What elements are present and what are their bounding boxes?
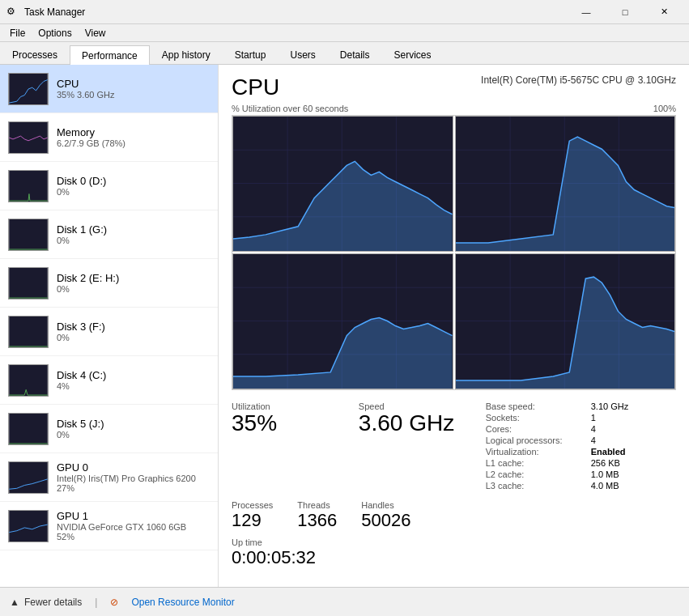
cpu-core4-graph	[455, 253, 676, 389]
cpu-graph-grid	[232, 115, 676, 390]
processes-stat: Processes 129	[232, 500, 273, 531]
sockets-label: Sockets:	[486, 413, 591, 423]
graph-labels: % Utilization over 60 seconds 100%	[232, 104, 676, 113]
disk4-value: 4%	[57, 381, 210, 391]
l3-value: 4.0 MB	[591, 481, 619, 491]
l1-label: L1 cache:	[486, 458, 591, 468]
sidebar-item-disk4[interactable]: Disk 4 (C:) 4%	[0, 356, 218, 405]
sockets-value: 1	[591, 413, 596, 423]
cpu-core3-graph	[232, 253, 453, 389]
disk1-mini-graph	[8, 219, 49, 251]
tab-performance[interactable]: Performance	[70, 45, 150, 65]
titlebar: ⚙ Task Manager — □ ✕	[0, 0, 689, 24]
content-header: CPU Intel(R) Core(TM) i5-5675C CPU @ 3.1…	[232, 74, 676, 100]
gpu0-label: GPU 0	[57, 461, 210, 474]
footer: ▲ Fewer details | ⊘ Open Resource Monito…	[0, 587, 689, 616]
tab-services[interactable]: Services	[382, 45, 444, 64]
gpu0-name: Intel(R) Iris(TM) Pro Graphics 6200	[57, 474, 210, 483]
utilization-stat: Utilization 35%	[232, 401, 359, 492]
sidebar: CPU 35% 3.60 GHz Memory 6.2/7.9 GB (78%)	[0, 65, 219, 587]
tabbar: Processes Performance App history Startu…	[0, 42, 689, 65]
sidebar-item-gpu1[interactable]: GPU 1 NVIDIA GeForce GTX 1060 6GB 52%	[0, 502, 218, 550]
specs-table: Base speed: 3.10 GHz Sockets: 1 Cores: 4…	[486, 401, 676, 492]
virt-label: Virtualization:	[486, 447, 591, 457]
base-speed-label: Base speed:	[486, 401, 591, 411]
tab-users[interactable]: Users	[278, 45, 327, 64]
svg-rect-7	[9, 414, 48, 444]
l1-value: 256 KB	[591, 458, 620, 468]
speed-stat: Speed 3.60 GHz	[359, 401, 486, 492]
logical-value: 4	[591, 435, 596, 445]
disk1-label: Disk 1 (G:)	[57, 223, 210, 236]
menu-view[interactable]: View	[79, 26, 113, 40]
content-area: CPU Intel(R) Core(TM) i5-5675C CPU @ 3.1…	[219, 65, 689, 587]
tab-app-history[interactable]: App history	[150, 45, 223, 64]
cpu-subtitle: Intel(R) Core(TM) i5-5675C CPU @ 3.10GHz	[481, 74, 676, 86]
gpu1-label: GPU 1	[57, 510, 210, 522]
fewer-details-button[interactable]: ▲ Fewer details	[10, 597, 82, 608]
tab-startup[interactable]: Startup	[223, 45, 279, 64]
l2-value: 1.0 MB	[591, 469, 619, 479]
threads-stat: Threads 1366	[297, 500, 337, 531]
menu-options[interactable]: Options	[32, 26, 78, 40]
sidebar-item-disk5[interactable]: Disk 5 (J:) 0%	[0, 405, 218, 453]
sidebar-item-disk0[interactable]: Disk 0 (D:) 0%	[0, 162, 218, 210]
main-area: CPU 35% 3.60 GHz Memory 6.2/7.9 GB (78%)	[0, 65, 689, 587]
virt-value: Enabled	[591, 447, 626, 457]
disk3-mini-graph	[8, 316, 49, 348]
cpu-title: CPU	[232, 74, 279, 100]
cpu-core1-graph	[232, 116, 453, 252]
maximize-button[interactable]: □	[606, 0, 644, 24]
close-button[interactable]: ✕	[645, 0, 683, 24]
chevron-up-icon: ▲	[10, 597, 19, 608]
processes-label: Processes	[232, 500, 273, 510]
cpu-value: 35% 3.60 GHz	[57, 90, 210, 100]
disk2-label: Disk 2 (E: H:)	[57, 272, 210, 284]
minimize-button[interactable]: —	[568, 0, 605, 24]
gpu1-name: NVIDIA GeForce GTX 1060 6GB	[57, 522, 210, 532]
open-monitor-link[interactable]: Open Resource Monitor	[131, 597, 234, 608]
threads-label: Threads	[297, 500, 337, 510]
uptime-value: 0:00:05:32	[232, 547, 676, 568]
gpu1-mini-graph	[8, 510, 49, 542]
sidebar-item-memory[interactable]: Memory 6.2/7.9 GB (78%)	[0, 113, 218, 162]
window-controls: — □ ✕	[568, 0, 683, 24]
sidebar-item-gpu0[interactable]: GPU 0 Intel(R) Iris(TM) Pro Graphics 620…	[0, 453, 218, 502]
gpu1-value: 52%	[57, 532, 210, 542]
sidebar-item-disk1[interactable]: Disk 1 (G:) 0%	[0, 210, 218, 259]
sidebar-item-disk2[interactable]: Disk 2 (E: H:) 0%	[0, 259, 218, 308]
warning-icon: ⊘	[110, 597, 118, 608]
processes-value: 129	[232, 510, 273, 531]
disk0-label: Disk 0 (D:)	[57, 175, 210, 187]
disk4-label: Disk 4 (C:)	[57, 369, 210, 381]
graph-label-left: % Utilization over 60 seconds	[232, 104, 348, 113]
process-stats: Processes 129 Threads 1366 Handles 50026	[232, 500, 676, 531]
base-speed-value: 3.10 GHz	[591, 401, 628, 411]
cores-value: 4	[591, 424, 596, 434]
uptime-section: Up time 0:00:05:32	[232, 537, 676, 568]
logical-label: Logical processors:	[486, 435, 591, 445]
app-icon: ⚙	[6, 6, 19, 19]
sidebar-item-disk3[interactable]: Disk 3 (F:) 0%	[0, 308, 218, 356]
disk2-mini-graph	[8, 267, 49, 300]
memory-mini-graph	[8, 121, 49, 154]
uptime-label: Up time	[232, 537, 676, 547]
tab-details[interactable]: Details	[328, 45, 382, 64]
sidebar-item-cpu[interactable]: CPU 35% 3.60 GHz	[0, 65, 218, 113]
cpu-mini-graph	[8, 73, 49, 105]
disk5-mini-graph	[8, 413, 49, 445]
tab-processes[interactable]: Processes	[0, 45, 70, 64]
handles-value: 50026	[361, 510, 410, 531]
disk5-label: Disk 5 (J:)	[57, 418, 210, 430]
memory-label: Memory	[57, 126, 210, 138]
l3-label: L3 cache:	[486, 481, 591, 491]
threads-value: 1366	[297, 510, 337, 531]
svg-rect-4	[9, 268, 48, 299]
disk0-value: 0%	[57, 187, 210, 197]
menu-file[interactable]: File	[3, 26, 32, 40]
disk2-value: 0%	[57, 284, 210, 294]
svg-rect-3	[9, 219, 48, 250]
disk4-mini-graph	[8, 364, 49, 397]
speed-value: 3.60 GHz	[359, 411, 486, 436]
cpu-core2-graph	[455, 116, 676, 252]
